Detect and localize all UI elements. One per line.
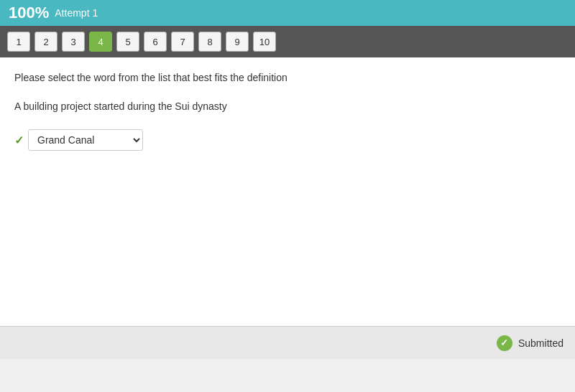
score-display: 100% xyxy=(9,4,49,22)
instruction-text: Please select the word from the list tha… xyxy=(14,72,561,83)
question-nav-bar: 12345678910 xyxy=(0,26,575,57)
nav-button-8[interactable]: 8 xyxy=(198,32,221,52)
top-bar: 100% Attempt 1 xyxy=(0,0,575,26)
attempt-label: Attempt 1 xyxy=(55,7,98,19)
answer-select[interactable]: Grand CanalGreat WallSilk RoadForbidden … xyxy=(28,129,143,151)
main-content: Please select the word from the list tha… xyxy=(0,57,575,359)
definition-text: A building project started during the Su… xyxy=(14,101,561,112)
submitted-icon: ✓ xyxy=(497,335,512,351)
submitted-checkmark: ✓ xyxy=(500,337,508,348)
nav-button-6[interactable]: 6 xyxy=(144,32,167,52)
nav-button-5[interactable]: 5 xyxy=(116,32,139,52)
answer-dropdown-container: ✓ Grand CanalGreat WallSilk RoadForbidde… xyxy=(14,129,561,151)
submitted-label: Submitted xyxy=(518,337,564,349)
nav-button-9[interactable]: 9 xyxy=(226,32,249,52)
footer-bar: ✓ Submitted xyxy=(0,326,575,359)
nav-button-3[interactable]: 3 xyxy=(62,32,85,52)
nav-button-1[interactable]: 1 xyxy=(7,32,30,52)
nav-button-7[interactable]: 7 xyxy=(171,32,194,52)
nav-button-4[interactable]: 4 xyxy=(89,32,112,52)
nav-button-2[interactable]: 2 xyxy=(34,32,58,52)
nav-button-10[interactable]: 10 xyxy=(253,32,276,52)
correct-checkmark: ✓ xyxy=(14,134,24,147)
